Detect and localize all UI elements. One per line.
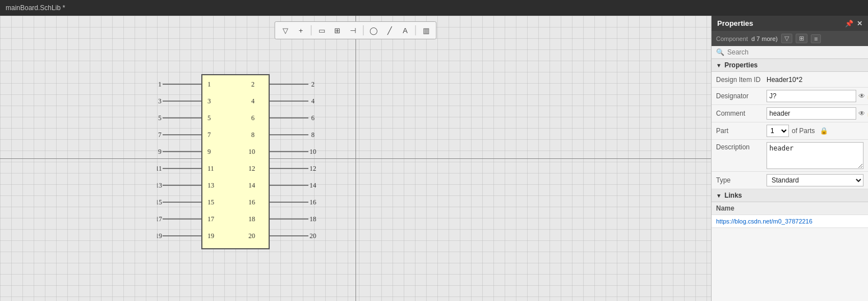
designator-label: Designator xyxy=(716,92,767,100)
part-of-label: of Parts xyxy=(792,127,815,135)
designator-row: Designator 👁 🔒 xyxy=(712,88,868,105)
panel-header: Properties 📌 ✕ xyxy=(712,16,868,31)
svg-text:17: 17 xyxy=(157,215,162,223)
add-tool-button[interactable]: + xyxy=(294,24,308,37)
component-expand-button[interactable]: ⊞ xyxy=(796,34,807,43)
svg-text:4: 4 xyxy=(251,97,255,105)
links-url-text[interactable]: https://blog.csdn.net/m0_37872216 xyxy=(716,218,812,225)
svg-text:6: 6 xyxy=(251,114,255,122)
svg-text:1: 1 xyxy=(158,80,161,88)
svg-text:7: 7 xyxy=(207,131,211,139)
move-tool-button[interactable]: ⊞ xyxy=(331,24,344,37)
properties-section-label: Properties xyxy=(724,61,758,69)
part-lock-icon[interactable]: 🔒 xyxy=(820,127,828,135)
toolbar-separator-1 xyxy=(311,25,312,35)
svg-text:12: 12 xyxy=(248,165,255,172)
svg-text:1: 1 xyxy=(207,80,211,88)
filter-tool-button[interactable]: ▽ xyxy=(279,24,292,37)
component-extra-button[interactable]: ≡ xyxy=(811,34,821,43)
component-value: d 7 more) xyxy=(751,35,778,42)
svg-text:14: 14 xyxy=(310,181,316,189)
rect-tool-button[interactable]: ▭ xyxy=(315,24,329,37)
properties-section-header: ▼ Properties xyxy=(712,59,868,72)
svg-text:19: 19 xyxy=(207,232,214,240)
svg-text:7: 7 xyxy=(158,131,161,139)
ellipse-tool-button[interactable]: ◯ xyxy=(367,24,381,37)
svg-text:12: 12 xyxy=(310,165,316,172)
design-item-id-label: Design Item ID xyxy=(716,76,767,84)
svg-text:9: 9 xyxy=(207,148,211,156)
comment-eye-icon[interactable]: 👁 xyxy=(858,110,865,117)
component-drawing: 1 3 5 7 9 11 13 15 17 19 2 4 6 8 10 12 1… xyxy=(157,72,381,257)
links-url-row: https://blog.csdn.net/m0_37872216 xyxy=(712,215,868,228)
links-section-header: ▼ Links xyxy=(712,189,868,202)
type-row: Type Standard Mechanical Graphical Net T… xyxy=(712,172,868,189)
links-section-label: Links xyxy=(724,191,742,199)
comment-row: Comment 👁 🔒 xyxy=(712,105,868,122)
svg-text:18: 18 xyxy=(248,215,255,223)
svg-text:9: 9 xyxy=(158,148,161,156)
comment-input[interactable] xyxy=(767,107,856,120)
svg-text:17: 17 xyxy=(207,215,214,223)
toolbar-separator-2 xyxy=(363,25,364,35)
svg-text:20: 20 xyxy=(248,232,255,240)
svg-text:20: 20 xyxy=(310,232,316,240)
filter-button[interactable]: ▽ xyxy=(781,34,792,43)
links-name-row: Name xyxy=(712,202,868,215)
svg-text:11: 11 xyxy=(207,165,214,172)
pin-tool-button[interactable]: ⊣ xyxy=(347,24,360,37)
links-arrow-icon: ▼ xyxy=(716,193,722,199)
comment-label: Comment xyxy=(716,110,767,117)
svg-text:3: 3 xyxy=(207,97,211,105)
svg-text:10: 10 xyxy=(310,148,316,156)
svg-text:5: 5 xyxy=(158,114,161,122)
main-area: ▽ + ▭ ⊞ ⊣ ◯ ╱ A ▥ xyxy=(0,16,868,301)
title-text: mainBoard.SchLib * xyxy=(6,4,65,12)
svg-text:4: 4 xyxy=(311,97,315,105)
svg-text:13: 13 xyxy=(207,181,214,189)
part-row: Part 1 of Parts 🔒 xyxy=(712,122,868,140)
properties-arrow-icon: ▼ xyxy=(716,62,722,69)
type-label: Type xyxy=(716,176,767,184)
panel-header-icons: 📌 ✕ xyxy=(845,20,862,28)
svg-text:16: 16 xyxy=(310,198,316,206)
design-item-id-row: Design Item ID Header10*2 xyxy=(712,72,868,88)
canvas-area[interactable]: ▽ + ▭ ⊞ ⊣ ◯ ╱ A ▥ xyxy=(0,16,711,301)
svg-text:19: 19 xyxy=(157,232,162,240)
svg-text:15: 15 xyxy=(157,198,162,206)
description-label: Description xyxy=(716,142,767,151)
svg-text:15: 15 xyxy=(207,198,214,206)
line-tool-button[interactable]: ╱ xyxy=(383,24,396,37)
designator-eye-icon[interactable]: 👁 xyxy=(858,92,865,100)
designator-input[interactable] xyxy=(767,90,856,102)
component-label: Component xyxy=(716,35,748,42)
svg-text:8: 8 xyxy=(311,131,315,139)
svg-text:8: 8 xyxy=(251,131,255,139)
description-textarea[interactable] xyxy=(767,142,864,169)
close-icon[interactable]: ✕ xyxy=(857,20,862,28)
component-row: Component d 7 more) ▽ ⊞ ≡ xyxy=(712,31,868,46)
pin-icon[interactable]: 📌 xyxy=(845,20,853,28)
panel-title: Properties xyxy=(717,19,753,28)
part-select[interactable]: 1 xyxy=(767,125,789,137)
param-tool-button[interactable]: ▥ xyxy=(419,24,433,37)
search-input[interactable] xyxy=(727,48,864,56)
part-label: Part xyxy=(716,127,767,135)
svg-text:5: 5 xyxy=(207,114,211,122)
toolbar-separator-3 xyxy=(415,25,416,35)
search-bar: 🔍 xyxy=(712,46,868,59)
search-icon: 🔍 xyxy=(716,48,724,56)
svg-text:13: 13 xyxy=(157,181,162,189)
type-select[interactable]: Standard Mechanical Graphical Net Tie (I… xyxy=(767,174,864,186)
links-name-label: Name xyxy=(716,204,735,212)
title-bar: mainBoard.SchLib * xyxy=(0,0,868,16)
text-tool-button[interactable]: A xyxy=(399,24,412,37)
svg-text:14: 14 xyxy=(248,181,255,189)
svg-text:2: 2 xyxy=(311,80,315,88)
svg-text:10: 10 xyxy=(248,148,255,156)
properties-panel: Properties 📌 ✕ Component d 7 more) ▽ ⊞ ≡… xyxy=(711,16,868,301)
svg-text:16: 16 xyxy=(248,198,255,206)
svg-text:2: 2 xyxy=(251,80,255,88)
svg-text:3: 3 xyxy=(158,97,161,105)
design-item-id-value: Header10*2 xyxy=(767,76,864,84)
